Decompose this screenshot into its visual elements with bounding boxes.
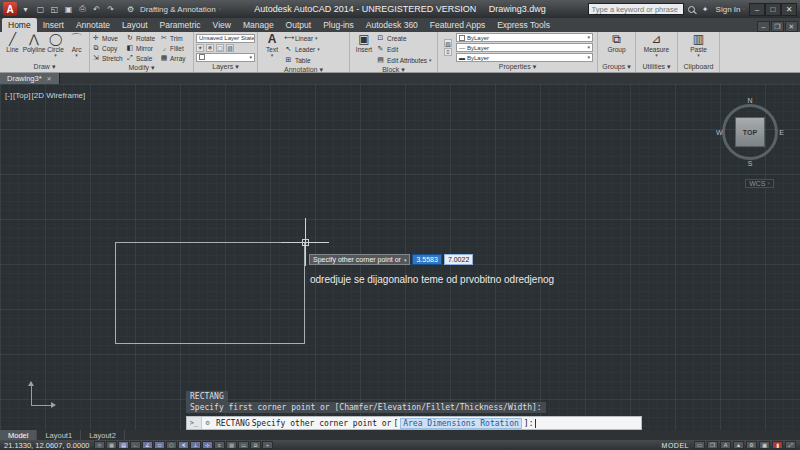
drawing-area[interactable]: [-] [Top] [2D Wireframe] N S W E TOP WCS… — [0, 84, 800, 430]
layer-freeze-icon[interactable]: ❄ — [206, 44, 214, 52]
match-properties-icon[interactable]: ▧ — [444, 39, 452, 47]
properties-panel-label[interactable]: Properties ▾ — [438, 62, 597, 72]
workspace-switcher[interactable]: ⚙ Drafting & Annotation ▾ — [119, 3, 226, 16]
scale-tool[interactable]: ⤢Scale — [126, 53, 160, 63]
viewcube-wcs-menu[interactable]: WCS ▾ — [745, 179, 774, 188]
trim-tool[interactable]: ✂Trim — [160, 33, 190, 43]
line-tool[interactable]: ╱ Line — [2, 33, 23, 62]
chevron-down-icon[interactable]: ▾ — [317, 47, 320, 52]
annotation-visibility-icon[interactable]: A — [720, 441, 731, 449]
fillet-tool[interactable]: ◞Fillet — [160, 43, 190, 53]
sign-in-button[interactable]: Sign In ▾ — [716, 5, 745, 14]
command-line-input[interactable]: >_ ⚙ RECTANG Specify other corner point … — [186, 416, 642, 430]
viewport-minimize-control[interactable]: [-] — [5, 91, 12, 100]
chevron-down-icon[interactable]: ▾ — [429, 58, 432, 63]
properties-list-icon[interactable]: ≡ — [444, 48, 452, 56]
draw-panel-label[interactable]: Draw ▾ — [0, 62, 89, 72]
object-snap-toggle[interactable]: □ — [154, 441, 165, 449]
hardware-acceleration-icon[interactable]: ▮ — [772, 441, 783, 449]
workspace-switching-icon[interactable]: ⚙ — [746, 441, 757, 449]
chevron-down-icon[interactable]: ▾ — [75, 53, 78, 58]
group-tool[interactable]: ⧉ Group — [606, 33, 628, 62]
lineweight-toggle[interactable]: ≡ — [214, 441, 225, 449]
leader-tool[interactable]: ↖ Leader ▾ — [284, 44, 320, 54]
tab-autodesk-360[interactable]: Autodesk 360 — [360, 18, 424, 32]
new-drawing-icon[interactable]: ▢ — [34, 3, 47, 16]
maximize-button[interactable]: □ — [765, 3, 781, 16]
tab-annotate[interactable]: Annotate — [70, 18, 116, 32]
quick-view-layouts-icon[interactable]: ▭ — [694, 441, 705, 449]
tab-plugins[interactable]: Plug-ins — [317, 18, 360, 32]
move-tool[interactable]: ✛Move — [92, 33, 126, 43]
lineweight-dropdown[interactable]: ▬ ByLayer ▾ — [456, 53, 593, 62]
rotate-tool[interactable]: ↻Rotate — [126, 33, 160, 43]
dynamic-input-x-field[interactable]: 3.5583 — [412, 254, 441, 265]
annotation-monitor-toggle[interactable]: + — [262, 441, 273, 449]
insert-block-tool[interactable]: ▣ Insert — [352, 33, 376, 65]
tab-layout1[interactable]: Layout1 — [37, 430, 81, 440]
measure-tool[interactable]: ⊿ Measure ▾ — [642, 33, 672, 62]
tab-view[interactable]: View — [207, 18, 237, 32]
3d-object-snap-toggle[interactable]: ⬡ — [166, 441, 177, 449]
infer-constraints-toggle[interactable]: ◇ — [94, 441, 105, 449]
customize-command-line-icon[interactable]: ⚙ — [202, 417, 213, 429]
paste-tool[interactable]: ▥ Paste ▾ — [688, 33, 710, 62]
viewcube-north[interactable]: N — [747, 97, 752, 104]
viewport-visual-style-control[interactable]: [2D Wireframe] — [31, 91, 85, 100]
annotation-autoscale-icon[interactable]: ▲ — [733, 441, 744, 449]
model-space-label[interactable]: MODEL — [662, 442, 689, 449]
open-icon[interactable]: ◱ — [48, 3, 61, 16]
viewport-view-control[interactable]: [Top] — [13, 91, 30, 100]
tab-express-tools[interactable]: Express Tools — [491, 18, 556, 32]
chevron-down-icon[interactable]: ▾ — [54, 53, 57, 58]
copy-tool[interactable]: ⧉Copy — [92, 43, 126, 53]
close-button[interactable]: ✕ — [781, 3, 797, 16]
tab-featured-apps[interactable]: Featured Apps — [424, 18, 491, 32]
transparency-toggle[interactable]: ▨ — [226, 441, 237, 449]
snap-mode-toggle[interactable]: ▦ — [106, 441, 117, 449]
quick-properties-toggle[interactable]: ▭ — [238, 441, 249, 449]
object-color-dropdown[interactable]: ByLayer ▾ — [456, 33, 593, 42]
close-icon[interactable]: ✕ — [47, 75, 52, 82]
edit-block-tool[interactable]: ✎ Edit — [376, 44, 432, 54]
save-icon[interactable]: ▣ — [62, 3, 75, 16]
chevron-down-icon[interactable]: ▾ — [315, 36, 318, 41]
doc-minimize-button[interactable]: – — [757, 21, 770, 32]
object-snap-tracking-toggle[interactable]: ∢ — [178, 441, 189, 449]
tab-output[interactable]: Output — [280, 18, 318, 32]
tab-parametric[interactable]: Parametric — [154, 18, 207, 32]
undo-icon[interactable]: ↶ — [90, 3, 103, 16]
mirror-tool[interactable]: ◧Mirror — [126, 43, 160, 53]
create-block-tool[interactable]: ⊡ Create — [376, 33, 432, 43]
layer-lock-icon[interactable]: ▢ — [216, 44, 224, 52]
chevron-down-icon[interactable]: ▾ — [655, 53, 658, 58]
tab-layout[interactable]: Layout — [116, 18, 154, 32]
block-panel-label[interactable]: Block ▾ — [350, 65, 437, 75]
layer-state-dropdown[interactable]: Unsaved Layer State ▾ — [196, 34, 255, 43]
layer-dropdown[interactable]: ▾ — [196, 53, 255, 62]
redo-icon[interactable]: ↷ — [104, 3, 117, 16]
chevron-down-icon[interactable]: ▾ — [271, 53, 274, 58]
autocad-logo-icon[interactable]: A — [3, 2, 17, 16]
coordinates-readout[interactable]: 21.1330, 12.0607, 0.0000 — [4, 441, 92, 450]
groups-panel-label[interactable]: Groups ▾ — [598, 62, 635, 72]
layer-color-icon[interactable]: ▨ — [226, 44, 234, 52]
dynamic-ucs-toggle[interactable]: ⊥ — [190, 441, 201, 449]
viewcube[interactable]: N S W E TOP — [718, 100, 782, 164]
minimize-button[interactable]: – — [749, 3, 765, 16]
table-tool[interactable]: ⊞ Table — [284, 55, 320, 65]
polar-tracking-toggle[interactable]: ∠ — [142, 441, 153, 449]
layer-on-icon[interactable]: ☀ — [196, 44, 204, 52]
chevron-down-icon[interactable]: ▾ — [697, 53, 700, 58]
linetype-dropdown[interactable]: — ByLayer ▾ — [456, 43, 593, 52]
toolbar-lock-icon[interactable]: ▣ — [759, 441, 770, 449]
quick-view-drawings-icon[interactable]: ❐ — [707, 441, 718, 449]
modify-panel-label[interactable]: Modify ▾ — [90, 63, 193, 73]
plot-icon[interactable]: ⎙ — [76, 3, 89, 16]
menu-chevron-icon[interactable]: ▾ — [19, 3, 32, 16]
utilities-panel-label[interactable]: Utilities ▾ — [636, 62, 677, 72]
doc-close-button[interactable]: ✕ — [785, 21, 798, 32]
search-icon[interactable] — [688, 6, 695, 13]
polyline-tool[interactable]: ⋀ Polyline — [23, 33, 45, 62]
clean-screen-icon[interactable]: ⤢ — [785, 441, 796, 449]
